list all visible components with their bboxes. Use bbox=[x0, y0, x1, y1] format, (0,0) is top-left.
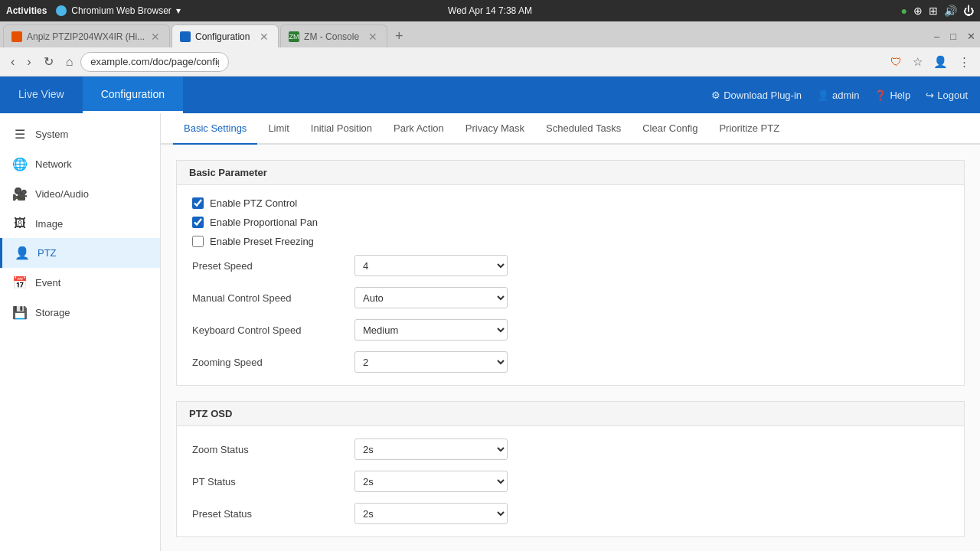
sidebar-item-network[interactable]: 🌐 Network bbox=[0, 149, 160, 179]
sidebar-storage-label: Storage bbox=[35, 307, 70, 318]
sub-tab-basic-settings[interactable]: Basic Settings bbox=[173, 113, 257, 145]
sub-tab-prioritize-ptz[interactable]: Prioritize PTZ bbox=[708, 113, 790, 145]
preset-status-select[interactable]: Off 2s 5s 10s bbox=[354, 503, 508, 524]
download-plugin-button[interactable]: ⚙ Download Plug-in bbox=[705, 86, 808, 104]
tab-live-view-label: Live View bbox=[18, 88, 64, 100]
sidebar-item-video-audio[interactable]: 🎥 Video/Audio bbox=[0, 179, 160, 209]
maximize-button[interactable]: □ bbox=[946, 24, 961, 47]
sidebar-item-storage[interactable]: 💾 Storage bbox=[0, 298, 160, 328]
sub-tab-park-action[interactable]: Park Action bbox=[383, 113, 455, 145]
preset-status-label: Preset Status bbox=[192, 508, 345, 520]
sidebar-ptz-label: PTZ bbox=[38, 247, 57, 259]
ptz-osd-section: PTZ OSD Zoom Status Off 2s 5s 10s PT Sta… bbox=[176, 401, 965, 537]
reload-button[interactable]: ↻ bbox=[39, 51, 58, 72]
zoom-status-row: Zoom Status Off 2s 5s 10s bbox=[192, 439, 949, 460]
sub-tab-prioritize-ptz-label: Prioritize PTZ bbox=[719, 122, 779, 134]
os-power-icon[interactable]: ⏻ bbox=[963, 5, 974, 17]
enable-ptz-control-checkbox[interactable] bbox=[192, 197, 204, 209]
forward-button[interactable]: › bbox=[22, 52, 35, 72]
basic-parameter-header: Basic Parameter bbox=[177, 161, 964, 185]
logout-button[interactable]: ↪ Logout bbox=[920, 86, 974, 104]
video-audio-icon: 🎥 bbox=[12, 187, 28, 201]
sidebar-network-label: Network bbox=[35, 158, 72, 170]
ptz-osd-header: PTZ OSD bbox=[177, 402, 964, 426]
storage-icon: 💾 bbox=[12, 305, 28, 320]
zooming-speed-select[interactable]: 1 2 3 4 5 6 7 8 bbox=[354, 351, 508, 373]
close-window-button[interactable]: ✕ bbox=[962, 24, 980, 47]
back-button[interactable]: ‹ bbox=[6, 52, 19, 72]
enable-preset-freezing-row[interactable]: Enable Preset Freezing bbox=[192, 236, 949, 247]
download-plugin-icon: ⚙ bbox=[711, 90, 720, 101]
browser-menu-button[interactable]: ⋮ bbox=[955, 52, 974, 72]
extension-star-button[interactable]: ☆ bbox=[909, 52, 926, 72]
enable-proportional-pan-row[interactable]: Enable Proportional Pan bbox=[192, 217, 949, 228]
os-dropdown-icon[interactable]: ▾ bbox=[176, 5, 181, 16]
ptz-osd-title: PTZ OSD bbox=[189, 408, 232, 419]
image-icon: 🖼 bbox=[12, 217, 28, 230]
sub-tab-privacy-mask[interactable]: Privacy Mask bbox=[455, 113, 535, 145]
ptz-osd-body: Zoom Status Off 2s 5s 10s PT Status Off … bbox=[177, 426, 964, 536]
tab-configuration[interactable]: Configuration bbox=[83, 77, 183, 113]
sub-tabs: Basic Settings Limit Initial Position Pa… bbox=[161, 113, 980, 145]
help-button[interactable]: ❓ Help bbox=[868, 86, 916, 104]
os-help-icon[interactable]: ⊕ bbox=[913, 5, 923, 17]
enable-ptz-control-row[interactable]: Enable PTZ Control bbox=[192, 197, 949, 209]
download-plugin-label: Download Plug-in bbox=[724, 90, 802, 101]
sidebar-item-image[interactable]: 🖼 Image bbox=[0, 209, 160, 238]
url-bar[interactable] bbox=[80, 52, 229, 72]
sub-tab-clear-config[interactable]: Clear Config bbox=[632, 113, 708, 145]
browser-tab-1[interactable]: Anpiz PTZIP204WX4IR (Hi... ✕ bbox=[3, 24, 170, 47]
tab3-title: ZM - Console bbox=[304, 31, 362, 42]
tab2-favicon bbox=[180, 31, 191, 42]
admin-label: admin bbox=[832, 90, 859, 101]
network-icon: 🌐 bbox=[12, 157, 28, 171]
enable-preset-freezing-label: Enable Preset Freezing bbox=[210, 236, 314, 247]
admin-button[interactable]: 👤 admin bbox=[811, 86, 865, 104]
pt-status-select[interactable]: Off 2s 5s 10s bbox=[354, 471, 508, 492]
help-label: Help bbox=[890, 90, 910, 101]
os-volume-icon[interactable]: 🔊 bbox=[944, 5, 957, 17]
tab-live-view[interactable]: Live View bbox=[0, 77, 83, 113]
user-profile-button[interactable]: 👤 bbox=[929, 52, 952, 72]
keyboard-control-speed-select[interactable]: Slow Medium Fast bbox=[354, 319, 508, 341]
enable-proportional-pan-label: Enable Proportional Pan bbox=[210, 217, 318, 228]
sidebar-item-system[interactable]: ☰ System bbox=[0, 119, 160, 149]
tab3-close-button[interactable]: ✕ bbox=[367, 29, 379, 44]
sidebar-item-event[interactable]: 📅 Event bbox=[0, 268, 160, 298]
manual-control-speed-select[interactable]: Auto Slow Medium Fast bbox=[354, 287, 508, 308]
os-activities-label[interactable]: Activities bbox=[6, 5, 47, 16]
sub-tab-basic-settings-label: Basic Settings bbox=[184, 122, 247, 134]
ptz-icon: 👤 bbox=[15, 246, 30, 260]
tab1-favicon bbox=[11, 31, 22, 42]
extension-shield-button[interactable]: 🛡 bbox=[887, 52, 906, 72]
logout-icon: ↪ bbox=[926, 90, 934, 101]
home-button[interactable]: ⌂ bbox=[61, 52, 78, 72]
sub-tab-privacy-mask-label: Privacy Mask bbox=[466, 122, 524, 134]
preset-speed-select[interactable]: 1 2 3 4 5 6 7 8 bbox=[354, 255, 508, 276]
keyboard-control-speed-label: Keyboard Control Speed bbox=[192, 324, 345, 336]
sub-tab-initial-position[interactable]: Initial Position bbox=[300, 113, 383, 145]
sidebar-event-label: Event bbox=[35, 277, 60, 289]
nav-bar: ‹ › ↻ ⌂ 🛡 ☆ 👤 ⋮ bbox=[0, 47, 980, 77]
tab1-close-button[interactable]: ✕ bbox=[149, 29, 162, 44]
browser-tab-2[interactable]: Configuration ✕ bbox=[172, 24, 279, 47]
sub-tab-scheduled-tasks[interactable]: Scheduled Tasks bbox=[535, 113, 632, 145]
app-header: Live View Configuration ⚙ Download Plug-… bbox=[0, 77, 980, 113]
sidebar-item-ptz[interactable]: 👤 PTZ bbox=[0, 238, 160, 268]
sidebar: ☰ System 🌐 Network 🎥 Video/Audio 🖼 Image… bbox=[0, 113, 161, 551]
sub-tab-clear-config-label: Clear Config bbox=[642, 122, 697, 134]
content-area[interactable]: Basic Settings Limit Initial Position Pa… bbox=[161, 113, 980, 551]
new-tab-button[interactable]: + bbox=[389, 28, 410, 44]
keyboard-control-speed-row: Keyboard Control Speed Slow Medium Fast bbox=[192, 319, 949, 341]
tab-configuration-label: Configuration bbox=[101, 88, 165, 100]
zoom-status-select[interactable]: Off 2s 5s 10s bbox=[354, 439, 508, 460]
pt-status-label: PT Status bbox=[192, 476, 345, 487]
enable-preset-freezing-checkbox[interactable] bbox=[192, 236, 204, 247]
sidebar-image-label: Image bbox=[35, 218, 63, 230]
minimize-button[interactable]: – bbox=[929, 24, 944, 47]
sub-tab-park-action-label: Park Action bbox=[394, 122, 444, 134]
tab2-close-button[interactable]: ✕ bbox=[258, 29, 270, 44]
browser-tab-3[interactable]: ZM ZM - Console ✕ bbox=[280, 24, 387, 47]
sub-tab-limit[interactable]: Limit bbox=[257, 113, 299, 145]
enable-proportional-pan-checkbox[interactable] bbox=[192, 217, 204, 228]
